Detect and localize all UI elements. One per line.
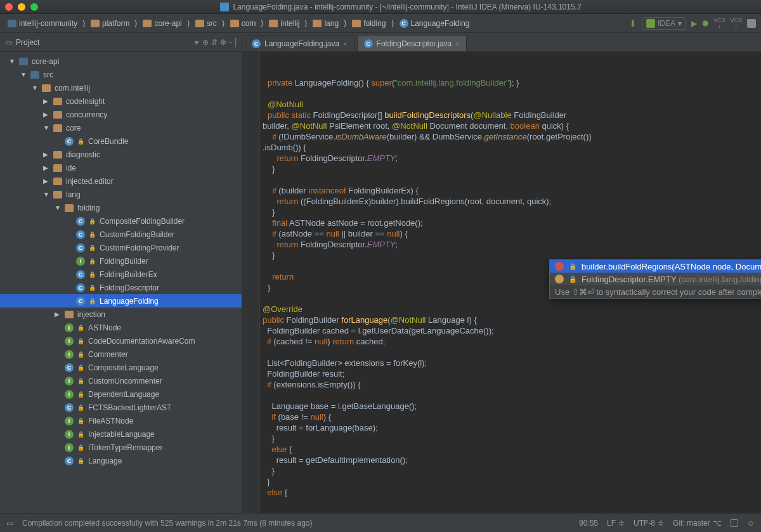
tree-node[interactable]: I🔒FileASTNode bbox=[0, 414, 242, 427]
breadcrumb-item[interactable]: lang bbox=[310, 18, 341, 29]
lock-icon: 🔒 bbox=[89, 285, 96, 291]
completion-item[interactable]: 🔒builder.buildFoldRegions(ASTNode node, … bbox=[550, 260, 761, 273]
structure-icon[interactable] bbox=[747, 19, 756, 28]
tree-node[interactable]: C🔒CoreBundle bbox=[0, 134, 242, 148]
run-icon[interactable]: ▶ bbox=[691, 19, 697, 28]
editor-tabs: CLanguageFolding.java×CFoldingDescriptor… bbox=[242, 33, 761, 52]
breadcrumb-item[interactable]: com bbox=[228, 18, 259, 29]
tree-node[interactable]: I🔒CustomUncommenter bbox=[0, 374, 242, 387]
breadcrumb[interactable]: intellij-community⟩platform⟩core-api⟩src… bbox=[5, 18, 629, 29]
expand-arrow-icon[interactable]: ▼ bbox=[9, 58, 15, 65]
folder-icon bbox=[91, 20, 100, 27]
tree-node[interactable]: ▶concurrency bbox=[0, 108, 242, 121]
expand-arrow-icon[interactable]: ▼ bbox=[43, 191, 49, 198]
tree-node[interactable]: C🔒FoldingDescriptor bbox=[0, 281, 242, 294]
editor-tab[interactable]: CFoldingDescriptor.java× bbox=[357, 35, 467, 51]
tree-node[interactable]: C🔒CompositeLanguage bbox=[0, 361, 242, 374]
tree-node[interactable]: C🔒LanguageFolding bbox=[0, 294, 242, 308]
lock-icon: 🔒 bbox=[89, 231, 96, 238]
project-view-icon[interactable]: ▭ bbox=[5, 38, 12, 47]
editor-tab[interactable]: CLanguageFolding.java× bbox=[245, 35, 354, 51]
tree-node[interactable]: ▶injected.editor bbox=[0, 174, 242, 188]
make-icon[interactable]: ⬇ bbox=[629, 18, 637, 29]
tree-node[interactable]: I🔒DependentLanguage bbox=[0, 387, 242, 401]
tree-node[interactable]: ▼core bbox=[0, 121, 242, 134]
locate-icon[interactable]: ⊕ bbox=[201, 38, 210, 47]
breadcrumb-item[interactable]: folding bbox=[349, 18, 388, 29]
tree-node[interactable]: I🔒FoldingBuilder bbox=[0, 254, 242, 268]
tree-node[interactable]: I🔒CodeDocumentationAwareCom bbox=[0, 334, 242, 347]
java-file-icon bbox=[220, 3, 229, 11]
debug-icon[interactable]: ⬢ bbox=[702, 19, 708, 28]
expand-arrow-icon[interactable]: ▶ bbox=[55, 311, 61, 318]
expand-arrow-icon[interactable]: ▶ bbox=[43, 111, 49, 118]
tree-node[interactable]: C🔒FCTSBackedLighterAST bbox=[0, 401, 242, 414]
file-encoding[interactable]: UTF-8≑ bbox=[634, 519, 664, 528]
completion-item[interactable]: 🔒FoldingDescriptor.EMPTY (com.intellij.l… bbox=[550, 273, 761, 285]
tree-node[interactable]: ▶ide bbox=[0, 161, 242, 174]
expand-arrow-icon[interactable]: ▶ bbox=[43, 178, 49, 185]
code-completion-popup[interactable]: 🔒builder.buildFoldRegions(ASTNode node, … bbox=[549, 259, 761, 299]
tree-node[interactable]: ▶injection bbox=[0, 308, 242, 321]
tree-node[interactable]: C🔒CustomFoldingProvider bbox=[0, 241, 242, 254]
tree-node[interactable]: I🔒ASTNode bbox=[0, 321, 242, 334]
tree-node[interactable]: I🔒Commenter bbox=[0, 347, 242, 361]
close-icon[interactable] bbox=[5, 3, 13, 11]
breadcrumb-item[interactable]: intellij bbox=[266, 18, 302, 29]
tree-node[interactable]: C🔒CustomFoldingBuilder bbox=[0, 228, 242, 241]
expand-arrow-icon[interactable]: ▶ bbox=[43, 164, 49, 171]
maximize-icon[interactable] bbox=[30, 3, 38, 11]
interface-icon: I bbox=[65, 390, 74, 399]
minimize-icon[interactable] bbox=[18, 3, 25, 11]
tree-node[interactable]: ▼com.intellij bbox=[0, 81, 242, 94]
tree-node-label: core bbox=[66, 124, 81, 133]
tree-node[interactable]: C🔒CompositeFoldingBuilder bbox=[0, 214, 242, 228]
tree-node[interactable]: ▶diagnostic bbox=[0, 148, 242, 161]
hide-icon[interactable]: →│ bbox=[228, 38, 237, 47]
breadcrumb-item[interactable]: platform bbox=[88, 18, 132, 29]
expand-arrow-icon[interactable]: ▼ bbox=[20, 71, 27, 78]
expand-arrow-icon[interactable]: ▶ bbox=[43, 98, 49, 105]
editor-gutter[interactable] bbox=[242, 52, 260, 513]
vcs-update-icon[interactable]: VCS↓ bbox=[713, 18, 725, 29]
project-tree[interactable]: ▼core-api▼src▼com.intellij▶codeInsight▶c… bbox=[0, 52, 242, 513]
tree-node[interactable]: I🔒ITokenTypeRemapper bbox=[0, 441, 242, 454]
collapse-icon[interactable]: ⇵ bbox=[210, 38, 219, 47]
breadcrumb-item[interactable]: CLanguageFolding bbox=[397, 18, 472, 29]
tab-label: LanguageFolding.java bbox=[264, 39, 339, 48]
tree-node[interactable]: ▼core-api bbox=[0, 55, 242, 68]
breadcrumb-item[interactable]: core-api bbox=[140, 18, 184, 29]
chevron-down-icon[interactable]: ▾ bbox=[192, 38, 201, 47]
tree-node-label: Language bbox=[88, 457, 122, 465]
expand-arrow-icon[interactable]: ▼ bbox=[55, 204, 61, 211]
run-config-selector[interactable]: IDEA ▾ bbox=[642, 17, 686, 30]
breadcrumb-item[interactable]: src bbox=[193, 18, 219, 29]
expand-arrow-icon[interactable]: ▼ bbox=[43, 124, 49, 131]
tree-node[interactable]: I🔒InjectableLanguage bbox=[0, 427, 242, 441]
tree-node[interactable]: ▼folding bbox=[0, 201, 242, 214]
hector-icon[interactable]: ☺ bbox=[747, 519, 755, 528]
status-bar: ▭ Compilation completed successfully wit… bbox=[0, 513, 761, 532]
module-folder-icon bbox=[19, 58, 28, 65]
lock-icon[interactable] bbox=[731, 519, 738, 527]
breadcrumb-item[interactable]: intellij-community bbox=[5, 18, 80, 29]
close-tab-icon[interactable]: × bbox=[343, 40, 347, 48]
breadcrumb-label: LanguageFolding bbox=[411, 19, 470, 28]
status-bar-icon[interactable]: ▭ bbox=[6, 519, 13, 528]
tree-node[interactable]: ▼src bbox=[0, 68, 242, 81]
tree-node[interactable]: C🔒Language bbox=[0, 454, 242, 467]
tree-node[interactable]: C🔒FoldingBuilderEx bbox=[0, 268, 242, 281]
folder-icon bbox=[195, 20, 204, 27]
tree-node[interactable]: ▶codeInsight bbox=[0, 94, 242, 108]
tree-node[interactable]: ▼lang bbox=[0, 188, 242, 201]
expand-arrow-icon[interactable]: ▼ bbox=[32, 84, 38, 91]
vcs-commit-icon[interactable]: VCS↑ bbox=[730, 18, 742, 29]
tree-node-label: FileASTNode bbox=[88, 417, 133, 425]
close-tab-icon[interactable]: × bbox=[455, 40, 459, 48]
git-branch[interactable]: Git: master ⌥ bbox=[673, 519, 722, 528]
expand-arrow-icon[interactable]: ▶ bbox=[43, 151, 49, 158]
status-message: Compilation completed successfully with … bbox=[22, 519, 570, 528]
line-separator[interactable]: LF≑ bbox=[607, 519, 625, 528]
caret-position[interactable]: 90:55 bbox=[579, 519, 598, 528]
tree-node-label: CustomFoldingProvider bbox=[100, 243, 179, 252]
